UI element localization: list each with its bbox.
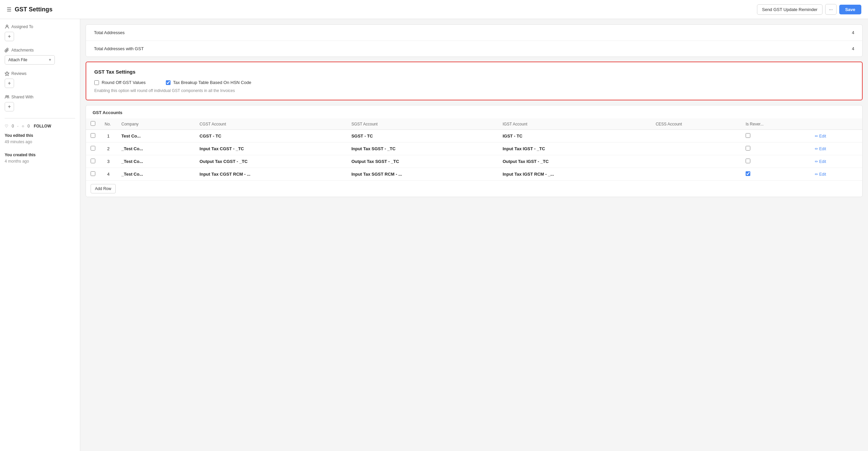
assigned-to-label: Assigned To [5,24,75,29]
tax-breakup-label: Tax Breakup Table Based On HSN Code [173,80,251,85]
row-is-reverse[interactable] [741,143,810,155]
th-edit [810,118,862,130]
add-shared-with-button[interactable]: + [5,102,14,112]
row-is-reverse[interactable] [741,130,810,143]
select-all-checkbox[interactable] [91,121,95,126]
table-body: 1 Test Co... CGST - TC SGST - TC IGST - … [86,130,862,181]
more-options-button[interactable]: ··· [825,4,837,15]
row-igst: IGST - TC [498,130,651,143]
edit-button[interactable]: ✏ Edit [815,134,826,139]
tax-breakup-option[interactable]: Tax Breakup Table Based On HSN Code [166,80,251,85]
attachments-label: Attachments [5,48,75,53]
comments-count: 0 [27,124,30,128]
is-reverse-checkbox[interactable] [746,146,750,151]
svg-point-0 [6,25,8,27]
gst-tax-settings-card: GST Tax Settings Round Off GST Values Ta… [86,62,863,100]
page-header: ☰ GST Settings Send GST Update Reminder … [0,0,868,19]
row-no: 2 [100,143,117,155]
th-checkbox [86,118,100,130]
round-off-label: Round Off GST Values [102,80,146,85]
row-igst: Input Tax IGST RCM - _... [498,168,651,181]
svg-marker-1 [5,71,9,76]
table-row: 4 _Test Co... Input Tax CGST RCM - ... I… [86,168,862,181]
th-sgst: SGST Account [347,118,498,130]
row-cgst: CGST - TC [195,130,347,143]
row-checkbox-cell[interactable] [86,143,100,155]
comments-icon: ○ [22,124,24,128]
attach-file-button[interactable]: Attach File + [5,55,55,65]
row-checkbox-cell[interactable] [86,155,100,168]
reviews-label: Reviews [5,71,75,76]
row-sgst: SGST - TC [347,130,498,143]
row-edit-cell[interactable]: ✏ Edit [810,143,862,155]
row-checkbox[interactable] [91,171,95,176]
th-cess: CESS Account [651,118,741,130]
th-cgst: CGST Account [195,118,347,130]
row-company: Test Co... [117,130,195,143]
svg-point-3 [8,96,9,97]
th-igst: IGST Account [498,118,651,130]
tax-breakup-checkbox[interactable] [166,80,170,85]
sidebar-counts: ♡ 0 · ○ 0 [5,124,30,128]
likes-count: 0 [12,124,14,128]
follow-button[interactable]: FOLLOW [34,124,51,128]
header-left: ☰ GST Settings [7,6,53,13]
row-sgst: Output Tax SGST - _TC [347,155,498,168]
edit-button[interactable]: ✏ Edit [815,147,826,151]
save-button[interactable]: Save [839,5,861,14]
row-sgst: Input Tax SGST RCM - ... [347,168,498,181]
row-no: 4 [100,168,117,181]
row-edit-cell[interactable]: ✏ Edit [810,130,862,143]
attachments-section: Attachments Attach File + [5,48,75,65]
add-assigned-to-button[interactable]: + [5,32,14,41]
row-edit-cell[interactable]: ✏ Edit [810,155,862,168]
is-reverse-checkbox[interactable] [746,158,750,163]
main-layout: Assigned To + Attachments Attach File + [0,19,868,451]
paperclip-icon [5,48,9,53]
row-is-reverse[interactable] [741,168,810,181]
likes-icon: ♡ [5,124,8,128]
main-content: Total Addresses 4 Total Addresses with G… [80,19,868,451]
add-review-button[interactable]: + [5,79,14,88]
row-is-reverse[interactable] [741,155,810,168]
round-off-option[interactable]: Round Off GST Values [94,80,146,85]
gst-accounts-title: GST Accounts [86,106,862,118]
shared-with-section: Shared With + [5,95,75,112]
gst-accounts-table: No. Company CGST Account SGST Account IG… [86,118,862,181]
add-row-button[interactable]: Add Row [91,184,116,193]
edit-button[interactable]: ✏ Edit [815,172,826,177]
row-checkbox-cell[interactable] [86,130,100,143]
table-row: 2 _Test Co... Input Tax CGST - _TC Input… [86,143,862,155]
send-reminder-button[interactable]: Send GST Update Reminder [757,4,823,15]
sidebar-follow-row: ♡ 0 · ○ 0 FOLLOW [5,124,75,128]
row-cgst: Input Tax CGST - _TC [195,143,347,155]
assigned-to-section: Assigned To + [5,24,75,41]
row-checkbox-cell[interactable] [86,168,100,181]
row-checkbox[interactable] [91,158,95,163]
round-off-checkbox[interactable] [94,80,99,85]
row-sgst: Input Tax SGST - _TC [347,143,498,155]
row-cgst: Output Tax CGST - _TC [195,155,347,168]
total-addresses-label: Total Addresses [94,30,125,35]
total-addresses-row: Total Addresses 4 [86,25,862,41]
row-company: _Test Co... [117,155,195,168]
row-checkbox[interactable] [91,133,95,138]
sidebar-divider [5,118,75,118]
row-cess [651,155,741,168]
sidebar-activity: You edited this 49 minutes ago You creat… [5,132,75,164]
row-cess [651,143,741,155]
row-cgst: Input Tax CGST RCM - ... [195,168,347,181]
hamburger-icon[interactable]: ☰ [7,6,11,13]
is-reverse-checkbox[interactable] [746,133,750,138]
row-cess [651,168,741,181]
row-edit-cell[interactable]: ✏ Edit [810,168,862,181]
row-no: 3 [100,155,117,168]
people-icon [5,95,9,99]
total-addresses-gst-label: Total Addresses with GST [94,46,144,51]
person-icon [5,24,9,29]
edit-button[interactable]: ✏ Edit [815,159,826,164]
row-checkbox[interactable] [91,146,95,151]
header-right: Send GST Update Reminder ··· Save [757,4,861,15]
is-reverse-checkbox[interactable] [746,171,750,176]
svg-point-2 [6,95,7,97]
